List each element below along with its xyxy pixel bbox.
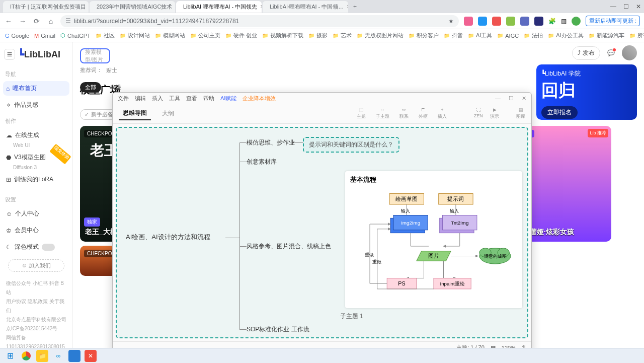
tab-mindmap[interactable]: 思维导图 <box>119 107 151 120</box>
menu-icon[interactable]: ≡ <box>4 49 15 60</box>
bookmark-folder[interactable]: 法拍 <box>524 32 543 39</box>
app-close-icon[interactable]: ✕ <box>522 95 526 102</box>
sidebar-item-home[interactable]: ⌂哩布首页 <box>3 81 69 96</box>
mindmap-branch[interactable]: 模仿思维、抄作业 <box>247 138 295 147</box>
bookmark-folder[interactable]: 设计网站 <box>120 32 150 39</box>
bookmark-folder[interactable]: AI办公工具 <box>548 32 583 39</box>
site-info-icon[interactable]: ☰ <box>65 18 71 25</box>
pill-anime[interactable]: 动漫 <box>105 82 126 93</box>
menu-insert[interactable]: 插入 <box>152 95 163 102</box>
sidebar-item-inspire[interactable]: ✧作品灵感 <box>3 98 69 112</box>
bookmark-folder[interactable]: AIGC <box>497 33 519 39</box>
browser-tab-active[interactable]: LiblibAI·哩布哩布AI - 中国领先× <box>176 1 262 13</box>
menu-tools[interactable]: 工具 <box>169 95 180 102</box>
explorer-icon[interactable]: 📁 <box>36 350 48 362</box>
bookmark-folder[interactable]: 抖音 <box>444 32 463 39</box>
bell-icon[interactable]: 💬 <box>607 49 615 56</box>
menu-file[interactable]: 文件 <box>118 95 129 102</box>
new-tab-button[interactable]: + <box>349 3 361 10</box>
tool-frame[interactable]: ⊏外框 <box>419 107 428 120</box>
star-icon[interactable]: ★ <box>448 18 454 25</box>
puzzle-icon[interactable]: 🧩 <box>548 18 556 25</box>
panel-icon[interactable]: ▥ <box>561 18 567 25</box>
tool-relation[interactable]: ↭联系 <box>399 107 409 120</box>
sidebar-item-vip[interactable]: ♔会员中心 <box>3 223 69 238</box>
subtopic-label[interactable]: 子主题 1 <box>340 312 363 321</box>
tool-insert[interactable]: +插入 <box>438 107 447 120</box>
forward-icon[interactable]: → <box>18 17 27 25</box>
mindmap-note[interactable]: 提示词和关键词的区别是什么？ <box>303 137 399 153</box>
window-minimize-icon[interactable]: — <box>610 3 616 10</box>
avatar[interactable] <box>622 45 637 60</box>
mindmap-branch[interactable]: SOP标准化作业 工作流 <box>247 325 309 334</box>
bookmark-folder[interactable]: 积分客户 <box>409 32 439 39</box>
browser-tab[interactable]: 2023年中国营销领域AIGC技术× <box>90 1 175 13</box>
publish-button[interactable]: ⤴发布 <box>572 46 600 60</box>
pill-all[interactable]: 全部 <box>80 82 101 93</box>
app-icon[interactable] <box>68 350 80 362</box>
bookmark-folder[interactable]: 模型网站 <box>155 32 185 39</box>
extension-icon[interactable] <box>478 17 487 26</box>
extension-icon[interactable] <box>464 17 473 26</box>
join-us-button[interactable]: ☺ 加入我们 <box>8 259 64 272</box>
menu-enterprise[interactable]: 企业降本增效 <box>243 95 276 102</box>
app-icon[interactable]: ∞ <box>52 350 64 362</box>
bookmark[interactable]: GGoogle <box>5 33 29 39</box>
banner-ad[interactable]: ┗LibLibAI 学院 回归 立即报名 <box>536 64 637 120</box>
bookmark-folder[interactable]: 社区 <box>96 32 115 39</box>
close-icon[interactable]: × <box>347 3 348 10</box>
rec-tag[interactable]: 贴士 <box>106 66 117 74</box>
profile-icon[interactable] <box>572 17 581 26</box>
xmind-icon[interactable]: ✕ <box>85 350 97 362</box>
bookmark-folder[interactable]: AI工具 <box>468 32 492 39</box>
extension-icon[interactable] <box>534 17 543 26</box>
menu-ai[interactable]: AI赋能 <box>220 95 236 102</box>
tool-present[interactable]: ▶演示 <box>490 107 499 120</box>
tab-outline[interactable]: 大纲 <box>158 107 178 120</box>
bookmark[interactable]: ⬡ChatGPT <box>60 32 91 39</box>
window-close-icon[interactable]: ✕ <box>636 3 641 10</box>
toggle[interactable] <box>42 244 55 251</box>
tool-zen[interactable]: ⛶ZEN <box>474 107 483 120</box>
sidebar-item-profile[interactable]: ☺个人中心 <box>3 206 69 221</box>
bookmark-folder[interactable]: 硬件 创业 <box>225 32 257 39</box>
sidebar-item-v3[interactable]: ⬣V3模型生图限免体验 <box>3 150 69 165</box>
mindmap-branch[interactable]: 创意素材库 <box>247 158 277 166</box>
home-icon[interactable]: ⌂ <box>46 17 55 25</box>
close-icon[interactable]: × <box>260 3 262 10</box>
sidebar-item-dark[interactable]: ☾深色模式 <box>3 240 69 254</box>
bookmark-folder[interactable]: 视频解析下载 <box>262 32 303 39</box>
bookmark-folder[interactable]: 艺术 <box>333 32 352 39</box>
update-pill[interactable]: 重新启动即可更新 : <box>586 16 640 26</box>
extension-icon[interactable] <box>492 17 501 26</box>
bookmark-folder[interactable]: 新能源汽车 <box>589 32 624 39</box>
tool-subtopic[interactable]: ↔子主题 <box>376 107 389 120</box>
browser-tab[interactable]: LiblibAI·哩布哩布AI - 中国领…× <box>263 1 348 13</box>
mindmap-root[interactable]: AI绘画、AI设计的方法和流程 <box>126 233 210 242</box>
window-maximize-icon[interactable]: ☐ <box>623 3 629 10</box>
extension-icon[interactable] <box>520 17 529 26</box>
bookmark[interactable]: MGmail <box>34 33 55 39</box>
menu-view[interactable]: 查看 <box>186 95 197 102</box>
menu-help[interactable]: 帮助 <box>203 95 214 102</box>
reload-icon[interactable]: ⟳ <box>32 17 41 25</box>
back-icon[interactable]: ← <box>4 17 13 25</box>
bookmark-folder[interactable]: 公司主页 <box>190 32 220 39</box>
url-input[interactable]: ☰ liblib.art/?sourceId=000293&bd_vid=111… <box>60 15 459 27</box>
mindmap-branch[interactable]: 风格参考、图片混合、线稿上色 <box>247 242 331 251</box>
app-maximize-icon[interactable]: ☐ <box>509 95 514 102</box>
sidebar-item-lora[interactable]: ⊞训练我的LoRA <box>3 172 69 187</box>
start-icon[interactable]: ⊞ <box>4 350 16 362</box>
mindmap-canvas[interactable]: AI绘画、AI设计的方法和流程 模仿思维、抄作业 创意素材库 风格参考、图片混合… <box>116 127 528 338</box>
chrome-icon[interactable] <box>20 350 32 362</box>
sidebar-item-generate[interactable]: ☁在线生成 <box>3 128 69 142</box>
extension-icon[interactable] <box>506 17 515 26</box>
bookmark-all[interactable]: 所有书签 <box>629 32 644 39</box>
bookmark-folder[interactable]: 无版权图片网站 <box>357 32 404 39</box>
bookmark-folder[interactable]: 摄影 <box>308 32 328 39</box>
menu-edit[interactable]: 编辑 <box>135 95 146 102</box>
app-minimize-icon[interactable]: — <box>495 95 501 102</box>
banner-cta-button[interactable]: 立即报名 <box>541 106 578 119</box>
browser-tab[interactable]: IT桔子 | 泛互联网创业投资项目× <box>3 1 89 13</box>
tool-topic[interactable]: ⬚主题 <box>357 107 366 120</box>
